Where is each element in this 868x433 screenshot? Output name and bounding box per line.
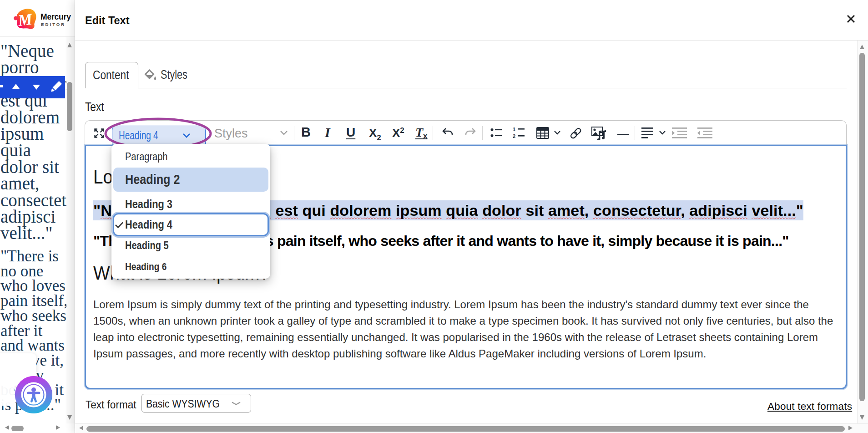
svg-text:1: 1 (513, 127, 515, 132)
svg-text:2: 2 (513, 133, 515, 139)
